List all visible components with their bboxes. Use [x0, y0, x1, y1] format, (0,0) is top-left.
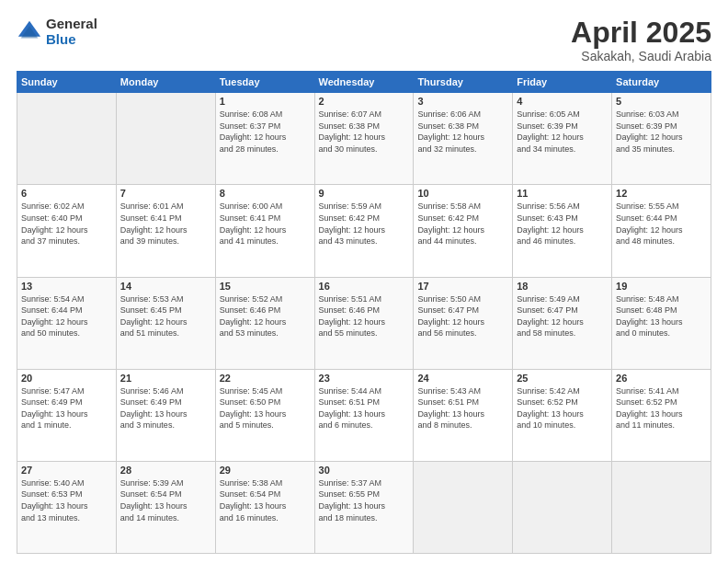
day-info: Sunrise: 5:55 AM Sunset: 6:44 PM Dayligh… [616, 201, 707, 247]
day-number: 15 [220, 281, 311, 292]
calendar-header-monday: Monday [116, 72, 215, 93]
day-number: 29 [220, 465, 311, 476]
calendar-cell: 13Sunrise: 5:54 AM Sunset: 6:44 PM Dayli… [17, 277, 117, 369]
calendar-table: SundayMondayTuesdayWednesdayThursdayFrid… [17, 71, 711, 554]
calendar-week-row: 6Sunrise: 6:02 AM Sunset: 6:40 PM Daylig… [17, 185, 711, 277]
day-number: 28 [120, 465, 211, 476]
day-info: Sunrise: 6:07 AM Sunset: 6:38 PM Dayligh… [319, 109, 410, 155]
day-number: 8 [220, 188, 311, 199]
header: General Blue April 2025 Sakakah, Saudi A… [17, 17, 711, 63]
subtitle: Sakakah, Saudi Arabia [571, 49, 711, 63]
day-info: Sunrise: 5:51 AM Sunset: 6:46 PM Dayligh… [319, 293, 410, 339]
day-number: 18 [517, 281, 608, 292]
day-number: 24 [417, 373, 508, 384]
calendar-cell [116, 93, 215, 185]
day-info: Sunrise: 5:54 AM Sunset: 6:44 PM Dayligh… [21, 293, 112, 339]
day-info: Sunrise: 5:43 AM Sunset: 6:51 PM Dayligh… [417, 385, 508, 431]
calendar-header-tuesday: Tuesday [215, 72, 314, 93]
day-number: 19 [616, 281, 707, 292]
day-info: Sunrise: 5:58 AM Sunset: 6:42 PM Dayligh… [417, 201, 508, 247]
day-number: 13 [21, 281, 112, 292]
day-info: Sunrise: 5:41 AM Sunset: 6:52 PM Dayligh… [616, 385, 707, 431]
calendar-header-sunday: Sunday [17, 72, 117, 93]
calendar-cell: 8Sunrise: 6:00 AM Sunset: 6:41 PM Daylig… [215, 185, 314, 277]
day-number: 11 [517, 188, 608, 199]
logo: General Blue [17, 17, 97, 47]
calendar-header-thursday: Thursday [414, 72, 513, 93]
day-number: 17 [417, 281, 508, 292]
day-number: 23 [319, 373, 410, 384]
day-info: Sunrise: 5:39 AM Sunset: 6:54 PM Dayligh… [120, 477, 211, 523]
calendar-cell: 9Sunrise: 5:59 AM Sunset: 6:42 PM Daylig… [314, 185, 414, 277]
logo-icon [17, 19, 42, 45]
day-number: 16 [319, 281, 410, 292]
calendar-header-wednesday: Wednesday [314, 72, 414, 93]
day-number: 20 [21, 373, 112, 384]
calendar-cell: 21Sunrise: 5:46 AM Sunset: 6:49 PM Dayli… [116, 369, 215, 461]
calendar-cell: 25Sunrise: 5:42 AM Sunset: 6:52 PM Dayli… [513, 369, 612, 461]
logo-text: General Blue [46, 17, 97, 47]
calendar-cell: 11Sunrise: 5:56 AM Sunset: 6:43 PM Dayli… [513, 185, 612, 277]
day-info: Sunrise: 6:08 AM Sunset: 6:37 PM Dayligh… [220, 109, 311, 155]
calendar-cell [612, 461, 711, 553]
calendar-week-row: 27Sunrise: 5:40 AM Sunset: 6:53 PM Dayli… [17, 461, 711, 553]
calendar-cell: 10Sunrise: 5:58 AM Sunset: 6:42 PM Dayli… [414, 185, 513, 277]
day-info: Sunrise: 5:56 AM Sunset: 6:43 PM Dayligh… [517, 201, 608, 247]
day-number: 3 [417, 96, 508, 107]
calendar-cell: 4Sunrise: 6:05 AM Sunset: 6:39 PM Daylig… [513, 93, 612, 185]
day-number: 5 [616, 96, 707, 107]
day-number: 12 [616, 188, 707, 199]
calendar-week-row: 20Sunrise: 5:47 AM Sunset: 6:49 PM Dayli… [17, 369, 711, 461]
calendar-cell: 29Sunrise: 5:38 AM Sunset: 6:54 PM Dayli… [215, 461, 314, 553]
calendar-week-row: 1Sunrise: 6:08 AM Sunset: 6:37 PM Daylig… [17, 93, 711, 185]
day-info: Sunrise: 5:42 AM Sunset: 6:52 PM Dayligh… [517, 385, 608, 431]
day-info: Sunrise: 6:06 AM Sunset: 6:38 PM Dayligh… [417, 109, 508, 155]
day-info: Sunrise: 6:05 AM Sunset: 6:39 PM Dayligh… [517, 109, 608, 155]
calendar-header-saturday: Saturday [612, 72, 711, 93]
logo-general: General [46, 17, 97, 32]
day-info: Sunrise: 6:03 AM Sunset: 6:39 PM Dayligh… [616, 109, 707, 155]
calendar-cell: 20Sunrise: 5:47 AM Sunset: 6:49 PM Dayli… [17, 369, 117, 461]
day-info: Sunrise: 5:45 AM Sunset: 6:50 PM Dayligh… [220, 385, 311, 431]
day-info: Sunrise: 5:49 AM Sunset: 6:47 PM Dayligh… [517, 293, 608, 339]
day-number: 14 [120, 281, 211, 292]
day-number: 27 [21, 465, 112, 476]
page: General Blue April 2025 Sakakah, Saudi A… [0, 0, 728, 563]
day-info: Sunrise: 5:53 AM Sunset: 6:45 PM Dayligh… [120, 293, 211, 339]
calendar-cell: 26Sunrise: 5:41 AM Sunset: 6:52 PM Dayli… [612, 369, 711, 461]
day-info: Sunrise: 5:50 AM Sunset: 6:47 PM Dayligh… [417, 293, 508, 339]
day-info: Sunrise: 5:38 AM Sunset: 6:54 PM Dayligh… [220, 477, 311, 523]
calendar-cell: 24Sunrise: 5:43 AM Sunset: 6:51 PM Dayli… [414, 369, 513, 461]
calendar-cell: 15Sunrise: 5:52 AM Sunset: 6:46 PM Dayli… [215, 277, 314, 369]
calendar-cell: 28Sunrise: 5:39 AM Sunset: 6:54 PM Dayli… [116, 461, 215, 553]
day-number: 22 [220, 373, 311, 384]
calendar-header-friday: Friday [513, 72, 612, 93]
day-info: Sunrise: 6:00 AM Sunset: 6:41 PM Dayligh… [220, 201, 311, 247]
day-number: 1 [220, 96, 311, 107]
day-info: Sunrise: 5:48 AM Sunset: 6:48 PM Dayligh… [616, 293, 707, 339]
day-info: Sunrise: 5:44 AM Sunset: 6:51 PM Dayligh… [319, 385, 410, 431]
day-info: Sunrise: 5:52 AM Sunset: 6:46 PM Dayligh… [220, 293, 311, 339]
day-number: 4 [517, 96, 608, 107]
day-number: 6 [21, 188, 112, 199]
day-info: Sunrise: 5:46 AM Sunset: 6:49 PM Dayligh… [120, 385, 211, 431]
calendar-cell: 19Sunrise: 5:48 AM Sunset: 6:48 PM Dayli… [612, 277, 711, 369]
calendar-cell: 17Sunrise: 5:50 AM Sunset: 6:47 PM Dayli… [414, 277, 513, 369]
calendar-cell: 14Sunrise: 5:53 AM Sunset: 6:45 PM Dayli… [116, 277, 215, 369]
calendar-week-row: 13Sunrise: 5:54 AM Sunset: 6:44 PM Dayli… [17, 277, 711, 369]
day-info: Sunrise: 5:40 AM Sunset: 6:53 PM Dayligh… [21, 477, 112, 523]
day-number: 30 [319, 465, 410, 476]
calendar-cell: 6Sunrise: 6:02 AM Sunset: 6:40 PM Daylig… [17, 185, 117, 277]
calendar-cell: 12Sunrise: 5:55 AM Sunset: 6:44 PM Dayli… [612, 185, 711, 277]
calendar-cell [414, 461, 513, 553]
calendar-cell: 5Sunrise: 6:03 AM Sunset: 6:39 PM Daylig… [612, 93, 711, 185]
day-number: 9 [319, 188, 410, 199]
day-info: Sunrise: 5:47 AM Sunset: 6:49 PM Dayligh… [21, 385, 112, 431]
calendar-cell: 22Sunrise: 5:45 AM Sunset: 6:50 PM Dayli… [215, 369, 314, 461]
main-title: April 2025 [571, 17, 711, 49]
calendar-cell: 18Sunrise: 5:49 AM Sunset: 6:47 PM Dayli… [513, 277, 612, 369]
calendar-header-row: SundayMondayTuesdayWednesdayThursdayFrid… [17, 72, 711, 93]
calendar-cell: 30Sunrise: 5:37 AM Sunset: 6:55 PM Dayli… [314, 461, 414, 553]
calendar-cell: 3Sunrise: 6:06 AM Sunset: 6:38 PM Daylig… [414, 93, 513, 185]
calendar-cell: 1Sunrise: 6:08 AM Sunset: 6:37 PM Daylig… [215, 93, 314, 185]
